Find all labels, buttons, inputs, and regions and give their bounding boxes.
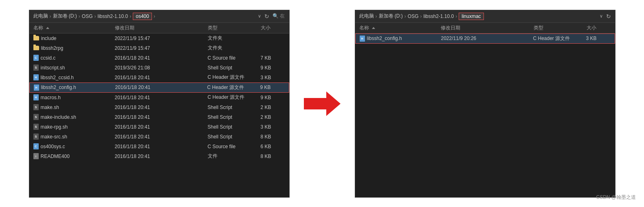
left-file-row-10[interactable]: S make-src.sh 2016/1/18 20:41 Shell Scri…	[29, 132, 289, 142]
arrow-container	[302, 91, 343, 116]
right-explorer-window: 此电脑 › 新加卷 (D:) › OSG › libssh2-1.10.0 › …	[355, 10, 615, 198]
left-file-row-8[interactable]: S make-include.sh 2016/1/18 20:41 Shell …	[29, 112, 289, 122]
left-file-row-4[interactable]: H libssh2_ccsid.h 2016/1/18 20:41 C Head…	[29, 73, 289, 82]
c-icon-11: C	[33, 143, 39, 149]
right-breadcrumb: 此电脑 › 新加卷 (D:) › OSG › libssh2-1.10.0 › …	[359, 13, 597, 20]
r-sort-indicator	[372, 27, 375, 29]
col-size-left[interactable]: 大小	[261, 24, 285, 31]
left-titlebar-actions: ∨ ↻ 🔍 在	[258, 13, 285, 20]
col-date-left[interactable]: 修改日期	[115, 24, 208, 31]
right-titlebar-actions: ∨ ↻	[600, 13, 611, 20]
sh-icon-8: S	[33, 114, 39, 120]
r-h-icon-0: H	[360, 36, 365, 42]
left-file-row-12[interactable]: ≡ README400 2016/1/18 20:41 文件 8 KB	[29, 151, 289, 161]
refresh-icon-left[interactable]: ↻	[264, 13, 269, 20]
h-icon-4: H	[33, 74, 39, 80]
left-file-row-9[interactable]: S make-rpg.sh 2016/1/18 20:41 Shell Scri…	[29, 122, 289, 132]
sh-icon-3: S	[33, 65, 39, 71]
dropdown-icon-right[interactable]: ∨	[600, 13, 603, 19]
main-container: 此电脑 › 新加卷 (D:) › OSG › libssh2-1.10.0 › …	[0, 0, 644, 207]
left-explorer-window: 此电脑 › 新加卷 (D:) › OSG › libssh2-1.10.0 › …	[29, 10, 290, 198]
col-name-left[interactable]: 名称	[33, 24, 115, 31]
txt-icon-12: ≡	[33, 153, 39, 159]
sh-icon-10: S	[33, 134, 39, 140]
r-breadcrumb-item-4: libssh2-1.10.0	[424, 13, 454, 19]
r-breadcrumb-item-3: OSG	[408, 13, 419, 19]
folder-icon-0	[33, 36, 39, 40]
col-type-left[interactable]: 类型	[208, 24, 261, 31]
r-breadcrumb-item-2: 新加卷 (D:)	[379, 13, 403, 20]
breadcrumb-item-4: libssh2-1.10.0	[98, 13, 128, 19]
refresh-icon-right[interactable]: ↻	[606, 13, 611, 20]
sh-icon-7: S	[33, 104, 39, 110]
left-file-row-5[interactable]: H libssh2_config.h 2016/1/18 20:41 C Hea…	[29, 82, 289, 93]
left-title-bar: 此电脑 › 新加卷 (D:) › OSG › libssh2-1.10.0 › …	[29, 10, 289, 23]
folder-icon-1	[33, 46, 39, 50]
sort-indicator	[46, 27, 49, 29]
sh-icon-9: S	[33, 124, 39, 130]
r-col-size[interactable]: 大小	[587, 24, 611, 31]
right-title-bar: 此电脑 › 新加卷 (D:) › OSG › libssh2-1.10.0 › …	[355, 10, 615, 23]
right-file-list: H libssh2_config.h 2022/11/9 20:26 C Hea…	[355, 33, 615, 197]
breadcrumb-item-2: 新加卷 (D:)	[53, 13, 77, 20]
r-breadcrumb-item-1: 此电脑	[359, 13, 374, 20]
left-file-row-6[interactable]: H macros.h 2016/1/18 20:41 C Header 源文件 …	[29, 93, 289, 102]
dropdown-icon-left[interactable]: ∨	[258, 13, 261, 19]
left-column-header: 名称 修改日期 类型 大小	[29, 23, 289, 33]
h-icon-5: H	[34, 85, 39, 91]
left-file-row-1[interactable]: libssh2rpg 2022/11/9 15:47 文件夹	[29, 43, 289, 53]
breadcrumb-item-3: OSG	[82, 13, 93, 19]
right-column-header: 名称 修改日期 类型 大小	[355, 23, 615, 33]
left-file-row-7[interactable]: S make.sh 2016/1/18 20:41 Shell Script 2…	[29, 102, 289, 112]
search-label-left: 🔍 在	[273, 13, 285, 20]
breadcrumb-active-right[interactable]: linuxmac	[459, 13, 484, 20]
breadcrumb-active-left[interactable]: os400	[133, 13, 152, 20]
c-icon-2: C	[33, 55, 39, 61]
left-file-row-2[interactable]: C ccsid.c 2016/1/18 20:41 C Source file …	[29, 53, 289, 63]
left-file-list: include 2022/11/9 15:47 文件夹 libssh2rpg 2…	[29, 33, 289, 197]
r-col-name[interactable]: 名称	[359, 24, 441, 31]
left-file-row-3[interactable]: S initscript.sh 2019/3/26 21:08 Shell Sc…	[29, 63, 289, 73]
r-col-date[interactable]: 修改日期	[441, 24, 534, 31]
left-file-row-11[interactable]: C os400sys.c 2016/1/18 20:41 C Source fi…	[29, 142, 289, 151]
right-file-row-0[interactable]: H libssh2_config.h 2022/11/9 20:26 C Hea…	[355, 33, 615, 44]
left-file-row-0[interactable]: include 2022/11/9 15:47 文件夹	[29, 33, 289, 43]
watermark: CSDN @翰墨之道	[596, 194, 636, 201]
breadcrumb-item-1: 此电脑	[33, 13, 48, 20]
r-col-type[interactable]: 类型	[534, 24, 587, 31]
h-icon-6: H	[33, 94, 39, 100]
left-breadcrumb: 此电脑 › 新加卷 (D:) › OSG › libssh2-1.10.0 › …	[33, 13, 256, 20]
